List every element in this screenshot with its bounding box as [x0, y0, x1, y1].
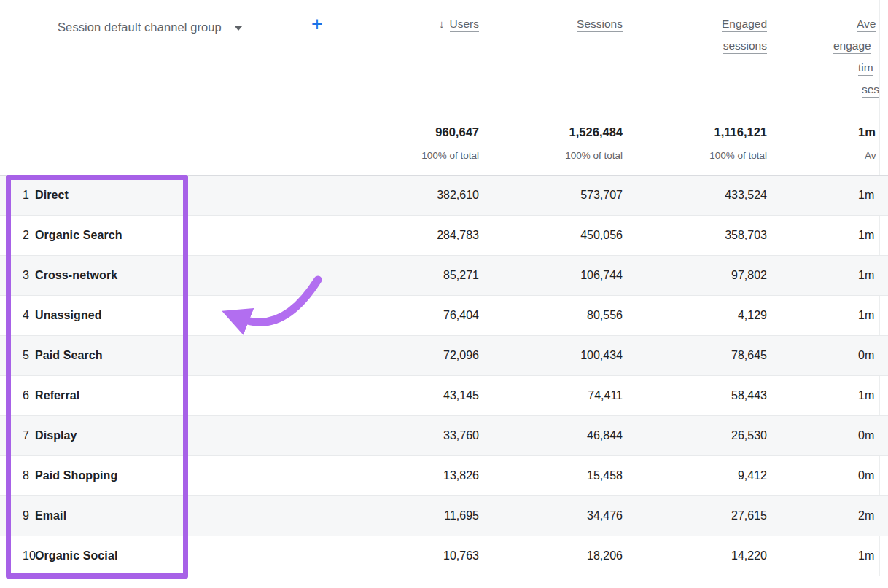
sessions-total: 1,526,484 — [479, 125, 623, 139]
sessions-value: 74,411 — [479, 389, 623, 402]
avg-time-value: 0m — [767, 349, 888, 362]
sort-descending-icon: ↓ — [439, 17, 445, 30]
dimension-cell: 4Unassigned — [0, 309, 351, 322]
avg-time-total: 1m — [858, 125, 888, 139]
column-header-engaged-sessions[interactable]: sessions — [623, 39, 767, 52]
engaged-total-pct: 100% of total — [623, 150, 767, 161]
users-value: 10,763 — [351, 549, 479, 562]
avg-time-value: 0m — [767, 469, 888, 482]
channel-name: Direct — [35, 189, 69, 201]
sessions-value: 80,556 — [479, 309, 623, 322]
avg-header-line1: Ave — [857, 17, 876, 32]
chevron-down-icon — [235, 26, 242, 31]
dimension-cell: 1Direct — [0, 189, 351, 202]
engaged-total: 1,116,121 — [623, 125, 767, 139]
channel-name: Organic Social — [35, 549, 117, 562]
dimension-cell: 10Organic Social — [0, 549, 351, 562]
dimension-cell: 5Paid Search — [0, 349, 351, 362]
table-row: 6Referral 43,145 74,411 58,443 1m — [0, 376, 888, 416]
sessions-value: 46,844 — [479, 429, 623, 442]
row-rank: 4 — [0, 309, 35, 322]
users-value: 33,760 — [351, 429, 479, 442]
sessions-value: 450,056 — [479, 229, 623, 242]
sessions-total-pct: 100% of total — [479, 150, 623, 161]
avg-time-value: 1m — [767, 309, 888, 322]
avg-time-value: 1m — [767, 269, 888, 282]
engaged-value: 26,530 — [623, 429, 767, 442]
avg-time-value: 1m — [767, 229, 888, 242]
sessions-header-label: Sessions — [577, 17, 623, 32]
channel-name: Unassigned — [35, 309, 102, 321]
users-value: 13,826 — [351, 469, 479, 482]
engaged-value: 97,802 — [623, 269, 767, 282]
row-rank: 7 — [0, 429, 35, 442]
avg-time-value: 1m — [767, 389, 888, 402]
avg-time-value: 0m — [767, 429, 888, 442]
row-rank: 3 — [0, 269, 35, 282]
engaged-value: 14,220 — [623, 549, 767, 562]
avg-time-total-pct: Av — [865, 150, 888, 161]
column-header-users[interactable]: ↓Users — [351, 17, 479, 31]
table-row: 9Email 11,695 34,476 27,615 2m — [0, 496, 888, 536]
column-header-avg-engagement-time[interactable]: ses — [862, 83, 879, 96]
users-total-pct: 100% of total — [351, 150, 479, 161]
avg-time-value: 1m — [767, 549, 888, 562]
column-header-sessions[interactable]: Sessions — [479, 17, 623, 31]
engaged-value: 433,524 — [623, 189, 767, 202]
engaged-value: 78,645 — [623, 349, 767, 362]
row-rank: 8 — [0, 469, 35, 482]
table-row: 4Unassigned 76,404 80,556 4,129 1m — [0, 296, 888, 336]
row-rank: 2 — [0, 229, 35, 242]
table-row: 3Cross-network 85,271 106,744 97,802 1m — [0, 256, 888, 296]
column-header-avg-engagement-time[interactable]: engage — [833, 39, 871, 52]
users-value: 284,783 — [351, 229, 479, 242]
engaged-header-line2: sessions — [723, 39, 767, 54]
sessions-value: 34,476 — [479, 509, 623, 522]
channel-name: Paid Search — [35, 349, 103, 361]
users-value: 382,610 — [351, 189, 479, 202]
avg-time-value: 1m — [767, 189, 888, 202]
engaged-value: 58,443 — [623, 389, 767, 402]
channel-name: Cross-network — [35, 269, 117, 281]
avg-time-value: 2m — [767, 509, 888, 522]
engaged-value: 358,703 — [623, 229, 767, 242]
sessions-value: 100,434 — [479, 349, 623, 362]
table-row: 7Display 33,760 46,844 26,530 0m — [0, 416, 888, 456]
users-value: 72,096 — [351, 349, 479, 362]
column-header-avg-engagement-time[interactable]: Ave — [857, 17, 876, 31]
dimension-cell: 7Display — [0, 429, 351, 442]
channel-name: Paid Shopping — [35, 469, 117, 482]
engaged-value: 4,129 — [623, 309, 767, 322]
table-row: 10Organic Social 10,763 18,206 14,220 1m — [0, 536, 888, 576]
users-header-label: Users — [450, 17, 479, 32]
dimension-selector[interactable]: Session default channel group — [58, 17, 242, 36]
table-row: 1Direct 382,610 573,707 433,524 1m — [0, 176, 888, 216]
channel-name: Referral — [35, 389, 79, 401]
table-row: 5Paid Search 72,096 100,434 78,645 0m — [0, 336, 888, 376]
users-value: 76,404 — [351, 309, 479, 322]
channel-name: Email — [35, 509, 66, 522]
add-dimension-button[interactable]: + — [311, 12, 323, 37]
engaged-value: 9,412 — [623, 469, 767, 482]
row-rank: 10 — [0, 549, 35, 562]
row-rank: 1 — [0, 189, 35, 202]
users-value: 85,271 — [351, 269, 479, 282]
row-rank: 6 — [0, 389, 35, 402]
avg-header-line4: ses — [862, 83, 879, 98]
channel-table: 1Direct 382,610 573,707 433,524 1m 2Orga… — [0, 175, 888, 576]
row-rank: 9 — [0, 509, 35, 522]
dimension-cell: 6Referral — [0, 389, 351, 402]
dimension-label: Session default channel group — [58, 20, 222, 34]
dimension-cell: 2Organic Search — [0, 229, 351, 242]
sessions-value: 15,458 — [479, 469, 623, 482]
users-total: 960,647 — [351, 125, 479, 139]
sessions-value: 18,206 — [479, 549, 623, 562]
table-row: 2Organic Search 284,783 450,056 358,703 … — [0, 216, 888, 256]
avg-header-line3: tim — [858, 61, 873, 76]
dimension-cell: 3Cross-network — [0, 269, 351, 282]
column-header-avg-engagement-time[interactable]: tim — [858, 61, 873, 74]
column-header-engaged-sessions[interactable]: Engaged — [623, 17, 767, 31]
users-value: 11,695 — [351, 509, 479, 522]
engaged-value: 27,615 — [623, 509, 767, 522]
sessions-value: 573,707 — [479, 189, 623, 202]
